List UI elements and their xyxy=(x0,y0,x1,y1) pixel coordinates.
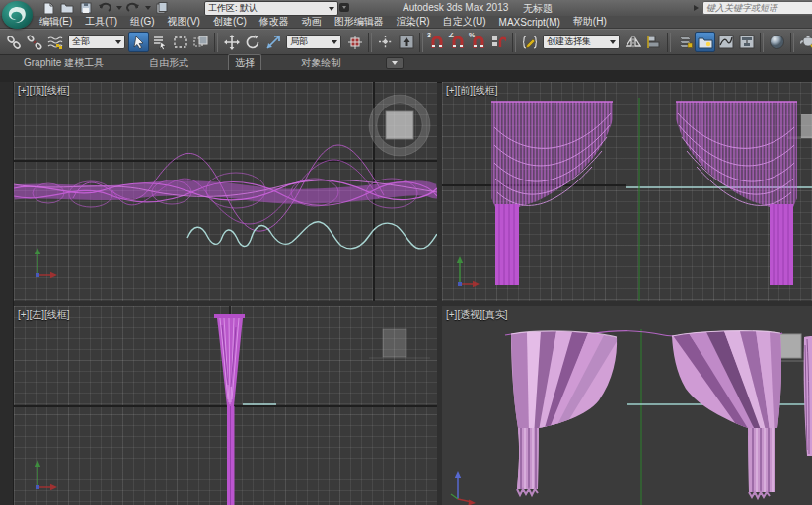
curve-editor-icon[interactable] xyxy=(715,32,736,52)
menu-edit[interactable]: 编辑(E) xyxy=(39,15,72,29)
menu-tools[interactable]: 工具(T) xyxy=(85,15,117,29)
menu-rendering[interactable]: 渲染(R) xyxy=(397,15,430,29)
tab-freeform[interactable]: 自由形式 xyxy=(143,55,194,71)
select-and-link-icon[interactable] xyxy=(3,32,24,52)
new-scene-icon[interactable] xyxy=(42,2,54,15)
menu-modifiers[interactable]: 修改器 xyxy=(259,15,289,29)
spinner-snap-toggle-icon[interactable] xyxy=(488,32,509,52)
redo-dropdown-caret-icon[interactable] xyxy=(145,6,151,10)
toolbar-separator xyxy=(760,33,764,52)
undo-icon[interactable] xyxy=(98,2,111,14)
viewport-top[interactable]: [+][顶][线框] xyxy=(14,82,437,301)
menu-animation[interactable]: 动画 xyxy=(302,15,322,29)
search-flyout-arrow-icon[interactable] xyxy=(694,5,699,11)
bind-to-space-warp-icon[interactable] xyxy=(44,32,65,52)
menu-graph-editors[interactable]: 图形编辑器 xyxy=(334,15,384,29)
menu-help[interactable]: 帮助(H) xyxy=(573,15,607,29)
viewport-label-perspective[interactable]: [+][透视][真实] xyxy=(446,308,508,322)
menu-create[interactable]: 创建(C) xyxy=(213,15,247,29)
app-title: Autodesk 3ds Max 2013 xyxy=(403,2,508,13)
viewcube-ghost[interactable] xyxy=(369,329,430,358)
manage-layers-icon xyxy=(677,35,693,49)
menu-group[interactable]: 组(G) xyxy=(130,15,154,29)
named-selection-dropdown[interactable]: 创建选择集 xyxy=(543,35,620,49)
viewport-front[interactable]: [+][前][线框] xyxy=(442,82,812,301)
viewcube-partial[interactable] xyxy=(801,114,812,138)
window-crossing-toggle-icon xyxy=(193,35,209,50)
new-scene-icon[interactable] xyxy=(39,1,56,15)
toolbar-separator xyxy=(667,33,671,52)
window-crossing-toggle-icon[interactable] xyxy=(190,32,211,52)
mirror-icon xyxy=(626,35,641,49)
select-by-name-icon[interactable] xyxy=(149,32,170,52)
select-and-rotate-icon[interactable] xyxy=(242,32,262,52)
menu-views[interactable]: 视图(V) xyxy=(168,15,200,29)
tab-selection[interactable]: 选择 xyxy=(228,54,261,72)
help-search-input[interactable] xyxy=(702,1,812,15)
redo-icon[interactable] xyxy=(124,1,141,15)
unlink-selection-icon[interactable] xyxy=(24,32,44,52)
title-bar: 工作区: 默认 Autodesk 3ds Max 2013 无标题 xyxy=(0,0,812,16)
percent-snap-toggle-icon[interactable]: % xyxy=(468,32,488,52)
ribbon-minimize-toggle[interactable] xyxy=(386,57,404,69)
keyboard-shortcut-override-icon[interactable] xyxy=(396,32,416,52)
menu-customize[interactable]: 自定义(U) xyxy=(443,15,486,29)
graphite-ribbon-toggle-button[interactable] xyxy=(695,32,715,52)
curtain-wireframe-side[interactable] xyxy=(214,314,245,505)
mirror-icon[interactable] xyxy=(623,32,643,52)
save-file-icon[interactable] xyxy=(77,1,94,15)
chevron-down-icon xyxy=(610,40,616,44)
open-file-icon[interactable] xyxy=(58,1,75,15)
curtain-right[interactable] xyxy=(672,330,782,498)
selection-filter-dropdown[interactable]: 全部 xyxy=(68,35,125,49)
undo-dropdown-caret-icon[interactable] xyxy=(116,6,122,10)
3ds-max-logo[interactable] xyxy=(2,1,33,29)
unlink-selection-icon xyxy=(27,35,42,50)
select-object-button[interactable] xyxy=(128,32,149,52)
redo-icon[interactable] xyxy=(126,2,140,14)
schematic-view-icon[interactable] xyxy=(736,32,757,52)
render-setup-icon[interactable] xyxy=(797,32,812,52)
workspace-dropdown[interactable]: 工作区: 默认 xyxy=(204,1,338,16)
project-folder-icon[interactable] xyxy=(153,1,170,15)
align-icon[interactable] xyxy=(643,32,664,52)
schematic-view-icon xyxy=(739,35,755,49)
snap-toggle-3d-icon[interactable]: 3 xyxy=(426,32,447,52)
manage-layers-icon[interactable] xyxy=(674,32,695,52)
toolbar-separator xyxy=(419,33,423,52)
select-and-manipulate-icon[interactable] xyxy=(375,32,396,52)
use-pivot-point-center-icon xyxy=(347,35,363,50)
spinner-snap-icon xyxy=(491,35,506,49)
viewcube-top[interactable] xyxy=(369,95,430,156)
workspace-pin-icon[interactable] xyxy=(339,3,349,12)
select-and-scale-icon[interactable] xyxy=(262,32,283,52)
project-folder-icon[interactable] xyxy=(155,2,168,14)
viewport-label-left[interactable]: [+][左][线框] xyxy=(18,308,70,322)
angle-snap-toggle-icon[interactable]: ∠ xyxy=(447,32,468,52)
viewport-left[interactable]: [+][左][线框] xyxy=(14,306,437,505)
chevron-down-icon xyxy=(392,61,398,65)
edit-named-selection-sets-icon[interactable] xyxy=(519,32,540,52)
rectangular-selection-region-icon[interactable] xyxy=(170,32,190,52)
open-file-icon[interactable] xyxy=(60,2,74,14)
curtain-edge-partial[interactable] xyxy=(804,336,812,456)
menu-maxscript[interactable]: MAXScript(M) xyxy=(499,17,560,28)
use-pivot-point-center-icon[interactable] xyxy=(344,32,365,52)
perspective-scene xyxy=(442,306,812,505)
reference-coordinate-dropdown[interactable]: 局部 xyxy=(286,35,341,49)
select-and-move-icon[interactable] xyxy=(221,32,242,52)
viewport-label-top[interactable]: [+][顶][线框] xyxy=(18,84,70,98)
curtain-left[interactable] xyxy=(511,331,619,495)
curtain-wireframe-left[interactable] xyxy=(491,102,613,285)
tab-graphite-modeling[interactable]: Graphite 建模工具 xyxy=(18,55,110,71)
named-selection-value: 创建选择集 xyxy=(547,36,591,48)
save-file-icon[interactable] xyxy=(80,2,92,14)
viewport-perspective[interactable]: [+][透视][真实] xyxy=(442,306,812,505)
tab-object-paint[interactable]: 对象绘制 xyxy=(295,55,346,71)
viewport-label-front[interactable]: [+][前][线框] xyxy=(446,84,498,98)
curtain-spline-cyan[interactable] xyxy=(187,222,437,249)
chevron-down-icon xyxy=(115,40,121,44)
material-editor-icon[interactable] xyxy=(767,32,787,52)
curtain-wireframe-right[interactable] xyxy=(676,102,797,285)
undo-icon[interactable] xyxy=(96,1,112,15)
